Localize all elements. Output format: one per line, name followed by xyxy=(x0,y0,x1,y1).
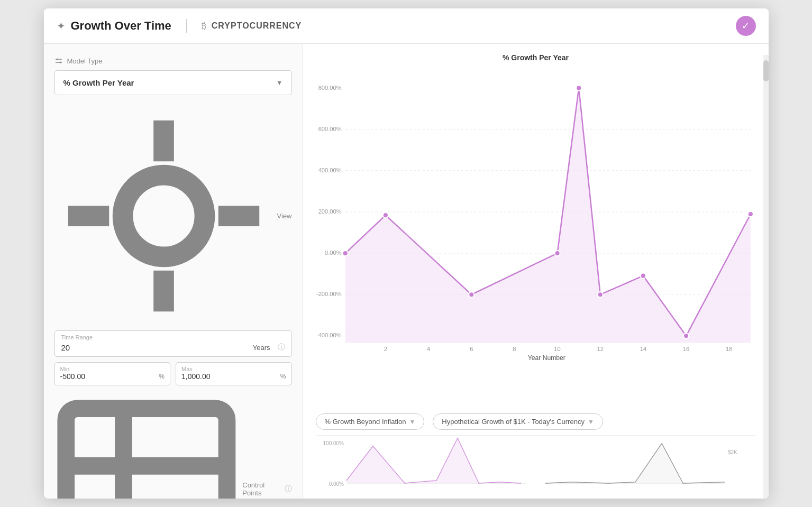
growth-beyond-inflation-tab[interactable]: % Growth Beyond Inflation ▼ xyxy=(316,413,425,430)
min-pct: % xyxy=(159,373,165,380)
sub-chart-area: 100.00% 0.00% $2K xyxy=(316,435,756,499)
page-title: Growth Over Time xyxy=(71,19,171,33)
svg-point-3 xyxy=(59,62,61,63)
svg-text:0.00%: 0.00% xyxy=(325,250,342,256)
svg-text:-400.00%: -400.00% xyxy=(316,332,341,338)
growth-beyond-inflation-label: % Growth Beyond Inflation xyxy=(325,418,406,426)
model-type-section-label: Model Type xyxy=(54,57,292,65)
bitcoin-icon: ₿ xyxy=(202,21,206,32)
tab-arrow-icon-1: ▼ xyxy=(409,418,415,426)
svg-text:18: 18 xyxy=(726,346,732,352)
svg-rect-9 xyxy=(66,409,226,499)
svg-point-47 xyxy=(747,211,753,217)
svg-marker-38 xyxy=(345,88,750,343)
svg-point-43 xyxy=(576,85,581,90)
view-label: View xyxy=(277,212,292,220)
svg-point-46 xyxy=(683,333,689,338)
table-icon xyxy=(54,397,239,499)
modal-container: ✦ Growth Over Time ₿ CRYPTOCURRENCY ✓ Mo… xyxy=(44,8,769,499)
view-icon xyxy=(54,107,273,325)
svg-text:400.00%: 400.00% xyxy=(318,167,341,173)
time-range-box: Time Range 20 Years ⓘ xyxy=(54,330,292,357)
main-chart-svg: 800.00% 600.00% 400.00% 200.00% 0.00% -2… xyxy=(316,66,756,362)
svg-text:4: 4 xyxy=(426,346,430,352)
svg-text:-200.00%: -200.00% xyxy=(316,291,341,297)
scrollbar-thumb xyxy=(763,60,769,81)
right-panel: % Growth Per Year 800.00% 600.00% 400.00… xyxy=(303,44,769,499)
max-label: Max xyxy=(181,366,286,372)
svg-point-42 xyxy=(554,251,560,256)
time-range-unit: Years xyxy=(253,344,270,352)
main-chart-area: 800.00% 600.00% 400.00% 200.00% 0.00% -2… xyxy=(316,66,756,407)
svg-text:10: 10 xyxy=(554,346,560,352)
min-value: -500.00 xyxy=(60,372,85,381)
header-left: ✦ Growth Over Time xyxy=(57,19,187,33)
svg-point-39 xyxy=(342,251,348,256)
svg-text:6: 6 xyxy=(470,346,473,352)
max-pct: % xyxy=(280,373,286,380)
model-type-label: Model Type xyxy=(67,57,103,65)
svg-text:0.00%: 0.00% xyxy=(329,481,343,487)
sub-chart-left-svg: 100.00% 0.00% xyxy=(316,436,536,494)
header: ✦ Growth Over Time ₿ CRYPTOCURRENCY ✓ xyxy=(44,8,769,44)
time-range-info-icon[interactable]: ⓘ xyxy=(278,343,285,352)
svg-text:600.00%: 600.00% xyxy=(318,126,341,132)
chart-bottom-tabs: % Growth Beyond Inflation ▼ Hypothetical… xyxy=(316,407,756,435)
time-range-value: 20 xyxy=(61,343,250,352)
svg-text:$2K: $2K xyxy=(728,449,737,455)
control-points-info-icon[interactable]: ⓘ xyxy=(285,484,292,494)
svg-point-40 xyxy=(382,213,388,218)
sliders-icon xyxy=(54,57,63,65)
min-val-row: -500.00 % xyxy=(60,372,165,381)
header-right: ₿ CRYPTOCURRENCY xyxy=(187,21,302,32)
sub-chart-left: 100.00% 0.00% xyxy=(316,436,536,499)
svg-point-2 xyxy=(56,59,58,60)
svg-marker-54 xyxy=(545,444,725,483)
svg-text:100.00%: 100.00% xyxy=(323,440,344,446)
svg-point-4 xyxy=(123,175,205,257)
growth-icon: ✦ xyxy=(57,20,66,32)
crypto-label: CRYPTOCURRENCY xyxy=(212,21,302,31)
svg-point-45 xyxy=(640,273,645,279)
svg-text:8: 8 xyxy=(513,346,516,352)
max-val-row: 1,000.00 % xyxy=(181,372,286,381)
svg-point-41 xyxy=(469,292,474,297)
minmax-row: Min -500.00 % Max 1,000.00 % xyxy=(54,362,292,385)
confirm-button[interactable]: ✓ xyxy=(736,16,756,36)
sub-chart-right-svg: $2K xyxy=(536,436,756,494)
hypothetical-growth-label: Hypothetical Growth of $1K - Today's Cur… xyxy=(442,418,585,426)
scrollbar[interactable] xyxy=(763,55,769,499)
control-points-label: Control Points ⓘ xyxy=(54,397,292,499)
hypothetical-growth-tab[interactable]: Hypothetical Growth of $1K - Today's Cur… xyxy=(433,413,603,430)
svg-text:2: 2 xyxy=(384,346,387,352)
svg-text:200.00%: 200.00% xyxy=(318,208,341,215)
sub-chart-right: $2K xyxy=(536,436,756,499)
model-type-dropdown[interactable]: % Growth Per Year ▼ xyxy=(54,70,292,95)
svg-text:16: 16 xyxy=(682,346,689,352)
svg-text:Year Number: Year Number xyxy=(527,354,565,362)
min-label: Min xyxy=(60,366,165,372)
max-box: Max 1,000.00 % xyxy=(176,362,292,385)
model-type-value: % Growth Per Year xyxy=(63,78,134,87)
main-content: Model Type % Growth Per Year ▼ View T xyxy=(44,44,769,499)
svg-text:12: 12 xyxy=(597,346,603,352)
time-range-label: Time Range xyxy=(55,331,291,340)
max-value: 1,000.00 xyxy=(181,372,211,381)
min-box: Min -500.00 % xyxy=(54,362,171,385)
time-range-row: 20 Years ⓘ xyxy=(55,340,291,356)
tab-arrow-icon-2: ▼ xyxy=(588,418,594,426)
svg-text:800.00%: 800.00% xyxy=(318,85,341,91)
left-panel: Model Type % Growth Per Year ▼ View T xyxy=(44,44,303,499)
svg-marker-51 xyxy=(346,438,521,483)
svg-point-44 xyxy=(597,292,603,297)
dropdown-arrow-icon: ▼ xyxy=(276,79,283,87)
control-points-text: Control Points xyxy=(242,481,276,497)
view-section-label: View xyxy=(54,107,292,325)
svg-text:14: 14 xyxy=(640,346,646,352)
chart-title: % Growth Per Year xyxy=(316,53,756,62)
